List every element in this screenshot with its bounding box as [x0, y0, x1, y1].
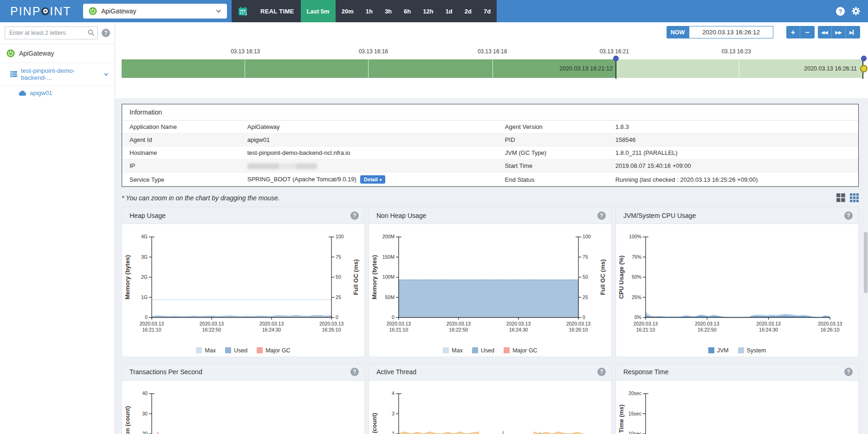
legend-item: Max — [196, 347, 216, 354]
svg-text:3G: 3G — [141, 255, 148, 260]
page-scrollbar[interactable] — [863, 98, 868, 434]
range-button-last-5m[interactable]: Last 5m — [301, 0, 336, 22]
range-button-1d[interactable]: 1d — [440, 0, 459, 22]
timeline-marker-stem — [615, 58, 616, 79]
chart-help-icon[interactable]: ? — [597, 211, 606, 220]
info-value-redacted — [240, 160, 498, 172]
svg-text:Memory (bytes): Memory (bytes) — [371, 255, 378, 300]
active-thread-plot[interactable]: 012342020.03.1316:21:102020.03.1316:22:5… — [369, 383, 611, 434]
svg-text:50: 50 — [336, 274, 341, 280]
svg-text:25: 25 — [336, 295, 341, 300]
chart-help-icon[interactable]: ? — [350, 211, 359, 220]
range-button-20m[interactable]: 20m — [336, 0, 360, 22]
active-thread-chart[interactable]: 012342020.03.1316:21:102020.03.1316:22:5… — [369, 381, 611, 434]
sidebar-help-icon[interactable]: ? — [102, 29, 110, 37]
timeline-now-dot[interactable] — [860, 65, 868, 72]
chart-help-icon[interactable]: ? — [597, 368, 606, 376]
layout-2-column-icon[interactable] — [836, 193, 845, 202]
application-selector[interactable]: ApiGateway — [83, 4, 227, 19]
detail-dropdown-button[interactable]: Detail▾ — [360, 175, 386, 184]
info-value: test-pinpoint-demo-backend-ncl.nfra.io — [240, 147, 498, 160]
timeline-to-now-button[interactable]: ▶▎ — [846, 26, 860, 38]
help-icon[interactable]: ? — [836, 7, 845, 16]
chart-help-icon[interactable]: ? — [350, 368, 359, 376]
svg-text:25%: 25% — [632, 295, 641, 300]
timeline-zoom-in-button[interactable]: + — [786, 26, 800, 38]
chart-help-icon[interactable]: ? — [844, 368, 853, 376]
response-time-chart[interactable]: 05sec10sec15sec20sec2020.03.1316:21:1020… — [616, 381, 858, 434]
layout-3-column-icon[interactable] — [850, 193, 859, 202]
svg-text:16:26:10: 16:26:10 — [569, 327, 588, 332]
info-row: Service Type SPRING_BOOT (Apache Tomcat/… — [122, 172, 858, 187]
info-value: 1.8.0_211 (PARALLEL) — [608, 147, 858, 160]
sidebar-item-agent[interactable]: apigw01 — [0, 86, 115, 100]
timeline-tick: 03.13 16:21 — [600, 48, 629, 55]
legend-item: Major GC — [504, 347, 537, 354]
svg-text:2020.03.13: 2020.03.13 — [634, 321, 658, 326]
datetime-input[interactable]: 2020.03.13 16:26:12 — [689, 26, 773, 38]
svg-text:100M: 100M — [382, 274, 395, 280]
cpu-usage-chart[interactable]: 0%25%50%75%100%2020.03.1316:21:102020.03… — [616, 224, 858, 345]
timeline-back-button[interactable]: ◀◀ — [818, 26, 832, 38]
sidebar-item-application[interactable]: ApiGateway — [0, 44, 115, 63]
chart-title: Response Time — [623, 368, 844, 376]
selected-application: ApiGateway — [101, 7, 216, 15]
non-heap-usage-plot[interactable]: 050M100M150M200M02550751002020.03.1316:2… — [369, 227, 611, 344]
info-label: Start Time — [498, 160, 608, 172]
timeline-bar[interactable]: 2020.03.13 16:21:12 2020.03.13 16:26:11 — [122, 59, 863, 78]
range-button-2d[interactable]: 2d — [459, 0, 478, 22]
agent-event-timeline[interactable]: 03.13 16:13 03.13 16:16 03.13 16:18 03.1… — [115, 42, 868, 98]
range-button-3h[interactable]: 3h — [379, 0, 398, 22]
response-time-plot[interactable]: 05sec10sec15sec20sec2020.03.1316:21:1020… — [616, 383, 858, 434]
jvm-system-cpu-usage-plot[interactable]: 0%25%50%75%100%2020.03.1316:21:102020.03… — [616, 227, 858, 344]
scrollbar-thumb[interactable] — [864, 232, 868, 293]
range-button-12h[interactable]: 12h — [417, 0, 439, 22]
heap-usage-panel: Heap Usage? 01G2G3G4G02550751002020.03.1… — [122, 207, 365, 357]
info-label: Agent Version — [498, 121, 608, 134]
transactions-per-second-plot[interactable]: 0102030402020.03.1316:21:102020.03.1316:… — [122, 383, 364, 434]
calendar-button[interactable] — [232, 0, 254, 22]
time-toolbar: NOW 2020.03.13 16:26:12 + − ◀◀ ▶▶ ▶▎ — [115, 22, 868, 42]
agent-search-input[interactable] — [5, 26, 98, 39]
svg-text:3: 3 — [392, 411, 395, 416]
svg-text:2: 2 — [392, 431, 395, 434]
info-label: PID — [498, 134, 608, 147]
range-button-7d[interactable]: 7d — [478, 0, 497, 22]
chart-legend: MaxUsedMajor GC — [369, 345, 611, 357]
heap-usage-plot[interactable]: 01G2G3G4G02550751002020.03.1316:21:10202… — [122, 227, 364, 344]
real-time-button[interactable]: REAL TIME — [254, 0, 301, 22]
information-title: Information — [122, 104, 858, 121]
charts-grid: Heap Usage? 01G2G3G4G02550751002020.03.1… — [122, 207, 859, 434]
sidebar-item-host[interactable]: test-pinpoint-demo-backend-... — [0, 63, 115, 86]
timeline-tick: 03.13 16:13 — [231, 48, 260, 55]
timeline-tick: 03.13 16:16 — [359, 48, 388, 55]
timeline-selected-range[interactable] — [122, 59, 615, 78]
chart-title: Heap Usage — [130, 212, 350, 219]
heap-usage-chart[interactable]: 01G2G3G4G02550751002020.03.1316:21:10202… — [122, 224, 364, 345]
tps-panel: Transactions Per Second? 0102030402020.0… — [122, 364, 365, 434]
now-button[interactable]: NOW — [667, 26, 689, 38]
timeline-end-pin[interactable] — [861, 56, 867, 61]
svg-text:50M: 50M — [385, 295, 395, 300]
range-button-6h[interactable]: 6h — [398, 0, 417, 22]
timeline-tick: 03.13 16:23 — [721, 48, 751, 55]
info-value: 1.8.3 — [608, 121, 858, 134]
range-button-1h[interactable]: 1h — [360, 0, 379, 22]
non-heap-usage-chart[interactable]: 050M100M150M200M02550751002020.03.1316:2… — [369, 224, 611, 345]
search-icon[interactable] — [88, 29, 95, 36]
gear-icon[interactable] — [851, 6, 861, 16]
svg-text:16:26:10: 16:26:10 — [322, 327, 341, 332]
agent-server-icon — [19, 90, 26, 96]
timeline-zoom-out-button[interactable]: − — [800, 26, 814, 38]
chevron-down-icon[interactable] — [104, 73, 108, 76]
chart-title: Transactions Per Second — [130, 368, 350, 376]
svg-text:15sec: 15sec — [628, 411, 641, 416]
timeline-forward-button[interactable]: ▶▶ — [832, 26, 846, 38]
svg-text:16:22:50: 16:22:50 — [698, 327, 717, 332]
tps-chart[interactable]: 0102030402020.03.1316:21:102020.03.1316:… — [122, 381, 364, 434]
svg-text:Memory (bytes): Memory (bytes) — [124, 255, 131, 300]
svg-text:Transaction (count): Transaction (count) — [124, 406, 131, 434]
svg-text:50: 50 — [583, 274, 588, 280]
chart-title: Active Thread — [376, 368, 597, 376]
chart-help-icon[interactable]: ? — [844, 211, 853, 220]
